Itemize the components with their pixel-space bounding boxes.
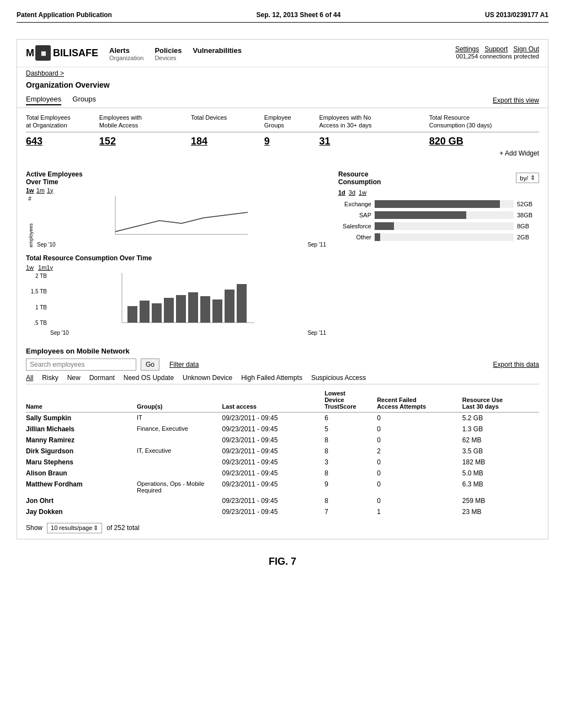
tab-groups[interactable]: Groups bbox=[72, 95, 96, 105]
export-data-link[interactable]: Export this data bbox=[493, 361, 539, 368]
res-time-1d[interactable]: 1d bbox=[338, 189, 345, 196]
settings-link[interactable]: Settings bbox=[455, 45, 479, 53]
emp-failed-1: 0 bbox=[377, 424, 462, 435]
x-label-sep11: Sep '11 bbox=[307, 242, 326, 248]
patent-left: Patent Application Publication bbox=[17, 11, 112, 19]
emp-trust-4: 3 bbox=[324, 457, 377, 468]
emp-resource-0: 5.2 GB bbox=[462, 412, 539, 424]
stat-val-4[interactable]: 31 bbox=[319, 136, 429, 147]
nav-policies[interactable]: Policies bbox=[154, 46, 182, 55]
emp-resource-1: 1.3 GB bbox=[462, 424, 539, 435]
emp-group-1: Finance, Executive bbox=[137, 424, 222, 435]
time-tab-1y[interactable]: 1y bbox=[47, 187, 54, 194]
support-link[interactable]: Support bbox=[484, 45, 508, 53]
nav-organization[interactable]: Organization bbox=[109, 55, 143, 61]
emp-group-7 bbox=[137, 495, 222, 506]
resource-bar-track-0 bbox=[375, 200, 514, 208]
nav-devices[interactable]: Devices bbox=[154, 55, 182, 61]
charts-row: Active Employees Over Time 1w 1m 1y # em… bbox=[17, 165, 548, 341]
export-view-link[interactable]: Export this view bbox=[493, 97, 539, 104]
nav-right: Settings Support Sign Out 001,254 connec… bbox=[455, 45, 539, 60]
emp-name-5[interactable]: Alison Braun bbox=[26, 468, 137, 479]
filter-tab-new[interactable]: New bbox=[67, 374, 81, 382]
emp-failed-5: 0 bbox=[377, 468, 462, 479]
filter-tab-dormant[interactable]: Dormant bbox=[89, 374, 115, 382]
emp-name-6[interactable]: Matthew Fordham bbox=[26, 479, 137, 495]
stat-val-0[interactable]: 643 bbox=[26, 136, 99, 147]
stat-val-3[interactable]: 9 bbox=[264, 136, 319, 147]
time-tab-1m[interactable]: 1m bbox=[36, 187, 45, 194]
res-time-1w[interactable]: 1w bbox=[26, 264, 34, 271]
filter-tab-suspicious-access[interactable]: Suspicious Access bbox=[311, 374, 366, 382]
emp-access-6: 09/23/2011 - 09:45 bbox=[222, 479, 325, 495]
y-1tb: 1 TB bbox=[26, 304, 47, 311]
emp-name-2[interactable]: Manny Ramirez bbox=[26, 435, 137, 446]
resource-bar-fill-0 bbox=[375, 200, 500, 208]
resource-bar-row: Exchange 52GB bbox=[338, 200, 539, 208]
signout-link[interactable]: Sign Out bbox=[513, 45, 539, 53]
sub-tabs-left: Employees Groups bbox=[26, 95, 96, 105]
col-header-name: Name bbox=[26, 388, 137, 413]
filter-data-link[interactable]: Filter data bbox=[169, 361, 199, 368]
res-time-1m1y[interactable]: 1m1y bbox=[38, 264, 53, 271]
emp-trust-8: 7 bbox=[324, 506, 377, 517]
svg-rect-12 bbox=[225, 290, 234, 323]
filter-tab-risky[interactable]: Risky bbox=[42, 374, 58, 382]
emp-name-1[interactable]: Jillian Michaels bbox=[26, 424, 137, 435]
time-tab-1w[interactable]: 1w bbox=[26, 187, 34, 194]
emp-name-8[interactable]: Jay Dokken bbox=[26, 506, 137, 517]
emp-group-4 bbox=[137, 457, 222, 468]
emp-group-0: IT bbox=[137, 412, 222, 424]
add-widget[interactable]: + Add Widget bbox=[26, 147, 539, 159]
emp-failed-0: 0 bbox=[377, 412, 462, 424]
y-label-employees: employees bbox=[26, 223, 34, 248]
resource-consumption-chart: Total Resource Consumption Over Time 1w … bbox=[26, 254, 327, 336]
stat-val-5[interactable]: 820 GB bbox=[429, 136, 539, 147]
resource-header: Resource Consumption by/ ⇕ bbox=[338, 170, 539, 186]
nav-alerts-group: Alerts Organization bbox=[109, 46, 143, 61]
filter-tab-high-failed-attempts[interactable]: High Failed Attempts bbox=[241, 374, 302, 382]
breadcrumb: Dashboard > bbox=[17, 67, 548, 79]
go-button[interactable]: Go bbox=[141, 358, 159, 371]
emp-resource-4: 182 MB bbox=[462, 457, 539, 468]
nav-alerts[interactable]: Alerts bbox=[109, 46, 143, 55]
emp-name-7[interactable]: Jon Ohrt bbox=[26, 495, 137, 506]
table-row: Sally Sumpkin IT 09/23/2011 - 09:45 6 0 … bbox=[26, 412, 539, 424]
resource-dropdown[interactable]: by/ ⇕ bbox=[516, 173, 539, 183]
res-time-1w[interactable]: 1w bbox=[359, 189, 366, 196]
emp-name-4[interactable]: Maru Stephens bbox=[26, 457, 137, 468]
sub-tabs: Employees Groups Export this view bbox=[17, 93, 548, 108]
res-time-3d[interactable]: 3d bbox=[349, 189, 355, 196]
stat-header-3: EmployeeGroups bbox=[264, 114, 319, 130]
svg-rect-5 bbox=[140, 301, 150, 323]
patent-header: Patent Application Publication Sep. 12, … bbox=[17, 11, 548, 23]
x-label-sep10: Sep '10 bbox=[37, 242, 56, 248]
filter-tab-need-os-update[interactable]: Need OS Update bbox=[124, 374, 174, 382]
page-select[interactable]: 10 results/page ⇕ bbox=[47, 523, 102, 533]
col-header-group: Group(s) bbox=[137, 388, 222, 413]
stat-header-0: Total Employeesat Organization bbox=[26, 114, 99, 130]
search-input[interactable] bbox=[26, 358, 136, 371]
table-row: Dirk Sigurdson IT, Executive 09/23/2011 … bbox=[26, 446, 539, 457]
res-x-sep11: Sep '11 bbox=[307, 330, 326, 336]
emp-name-3[interactable]: Dirk Sigurdson bbox=[26, 446, 137, 457]
y-2tb: 2 TB bbox=[26, 273, 47, 279]
emp-group-3: IT, Executive bbox=[137, 446, 222, 457]
nav-vulnerabilities[interactable]: Vulnerabilities bbox=[193, 46, 242, 55]
resource-bar-value-3: 2GB bbox=[517, 234, 539, 240]
stat-val-2[interactable]: 184 bbox=[191, 136, 264, 147]
emp-group-6: Operations, Ops - Mobile Required bbox=[137, 479, 222, 495]
dashboard-link[interactable]: Dashboard > bbox=[26, 69, 64, 77]
tab-employees[interactable]: Employees bbox=[26, 95, 61, 105]
active-employees-chart bbox=[36, 196, 327, 240]
emp-group-5 bbox=[137, 468, 222, 479]
active-employees-header: Active Employees Over Time 1w 1m 1y bbox=[26, 170, 327, 194]
emp-name-0[interactable]: Sally Sumpkin bbox=[26, 412, 137, 424]
filter-tab-all[interactable]: All bbox=[26, 374, 33, 382]
filter-tab-unknown-device[interactable]: Unknown Device bbox=[183, 374, 232, 382]
stat-val-1[interactable]: 152 bbox=[99, 136, 191, 147]
table-row: Matthew Fordham Operations, Ops - Mobile… bbox=[26, 479, 539, 495]
emp-trust-7: 8 bbox=[324, 495, 377, 506]
resource-bar-label-3: Other bbox=[338, 234, 371, 240]
dropdown-label: by/ bbox=[520, 175, 528, 181]
